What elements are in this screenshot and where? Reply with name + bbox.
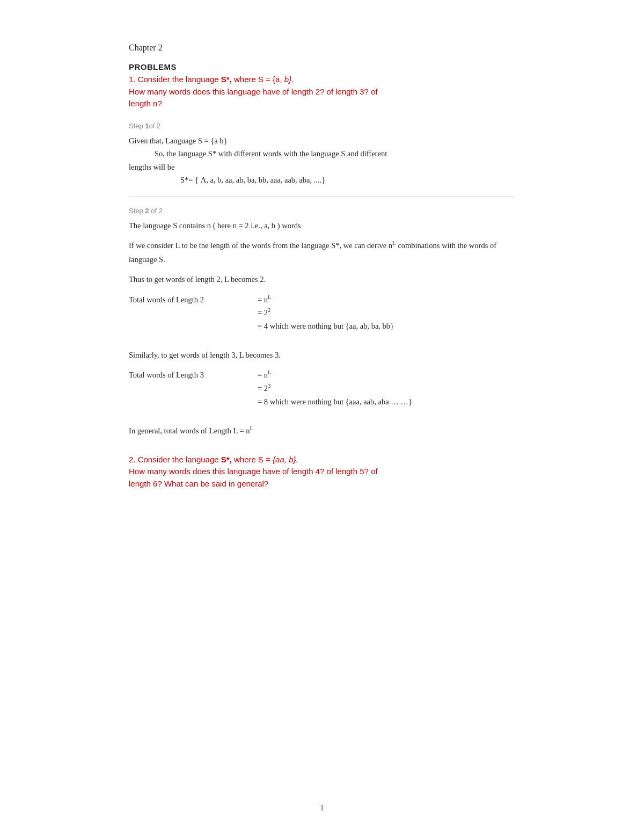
step1-label: Step 1of 2 bbox=[129, 122, 515, 130]
step1-line2: So, the language S* with different words… bbox=[129, 147, 515, 161]
step2-section: Step 2 of 2 The language S contains n ( … bbox=[129, 207, 515, 438]
step2-word: Step bbox=[129, 207, 145, 215]
step2-number: 2 bbox=[145, 207, 149, 215]
general-text: In general, total words of Length L = n bbox=[129, 426, 250, 435]
step2-content: The language S contains n ( here n = 2 i… bbox=[129, 219, 515, 438]
step1-line4: S*= { Λ, a, b, aa, ab, ba, bb, aaa, aab,… bbox=[129, 173, 515, 187]
step2-para2: If we consider L to be the length of the… bbox=[129, 239, 515, 266]
step1-content: Given that, Language S = {a b} So, the l… bbox=[129, 134, 515, 187]
length2-math: Total words of Length 2 = nL = 22 = 4 wh… bbox=[129, 293, 515, 333]
length2-row1-eq: = nL bbox=[258, 293, 272, 307]
problem2-question: 2. Consider the language S*, where S = {… bbox=[129, 454, 515, 490]
length3-row1-eq: = nL bbox=[258, 368, 272, 382]
problem2-q-line2: How many words does this language have o… bbox=[129, 467, 378, 476]
length3-row1-label: Total words of Length 3 bbox=[129, 368, 258, 382]
step-divider bbox=[129, 197, 515, 197]
length2-row3-eq: = 4 which were nothing but {aa, ab, ba, … bbox=[258, 320, 394, 333]
problem1-q-line3: length n? bbox=[129, 99, 162, 108]
length3-row2: = 23 bbox=[129, 382, 515, 395]
general-statement: In general, total words of Length L = nL bbox=[129, 424, 515, 438]
length3-row3-eq: = 8 which were nothing but {aaa, aab, ab… bbox=[258, 395, 412, 409]
step1-of: of 2 bbox=[149, 122, 161, 130]
general-sup: L bbox=[250, 425, 253, 431]
page-number: 1 bbox=[320, 804, 324, 813]
problem2-q-line1: 2. Consider the language S*, where S = {… bbox=[129, 455, 298, 464]
step1-line1: Given that, Language S = {a b} bbox=[129, 136, 228, 145]
length3-intro: Similarly, to get words of length 3, L b… bbox=[129, 349, 515, 362]
step2-para2-sup: L bbox=[392, 240, 396, 246]
step2-para1: The language S contains n ( here n = 2 i… bbox=[129, 219, 515, 233]
problem1-q-line2: How many words does this language have o… bbox=[129, 87, 378, 96]
length2-row2: = 22 bbox=[129, 306, 515, 320]
step1-line3: lengths will be bbox=[129, 163, 174, 171]
length3-row3: = 8 which were nothing but {aaa, aab, ab… bbox=[129, 395, 515, 409]
step1-section: Step 1of 2 Given that, Language S = {a b… bbox=[129, 122, 515, 187]
length2-row1-label: Total words of Length 2 bbox=[129, 293, 258, 307]
page-container: Chapter 2 PROBLEMS 1. Consider the langu… bbox=[118, 0, 526, 834]
length2-row3: = 4 which were nothing but {aa, ab, ba, … bbox=[129, 320, 515, 333]
problem2-q-line3: length 6? What can be said in general? bbox=[129, 479, 268, 488]
step1-word: Step bbox=[129, 122, 145, 130]
length3-row2-eq: = 23 bbox=[258, 382, 271, 395]
step2-para2-text: If we consider L to be the length of the… bbox=[129, 241, 392, 250]
length2-intro: Thus to get words of length 2, L becomes… bbox=[129, 273, 515, 286]
length3-math: Total words of Length 3 = nL = 23 = 8 wh… bbox=[129, 368, 515, 408]
problem1-q-line1: 1. Consider the language S*, where S = {… bbox=[129, 75, 294, 84]
length3-row1: Total words of Length 3 = nL bbox=[129, 368, 515, 382]
step2-label: Step 2 of 2 bbox=[129, 207, 515, 215]
length2-row2-eq: = 22 bbox=[258, 306, 271, 320]
problem1-question: 1. Consider the language S*, where S = {… bbox=[129, 74, 515, 110]
chapter-title: Chapter 2 bbox=[129, 43, 515, 53]
length2-row1: Total words of Length 2 = nL bbox=[129, 293, 515, 307]
step1-number: 1 bbox=[145, 122, 149, 130]
problems-heading: PROBLEMS bbox=[129, 62, 515, 71]
step2-of: of 2 bbox=[149, 207, 163, 215]
